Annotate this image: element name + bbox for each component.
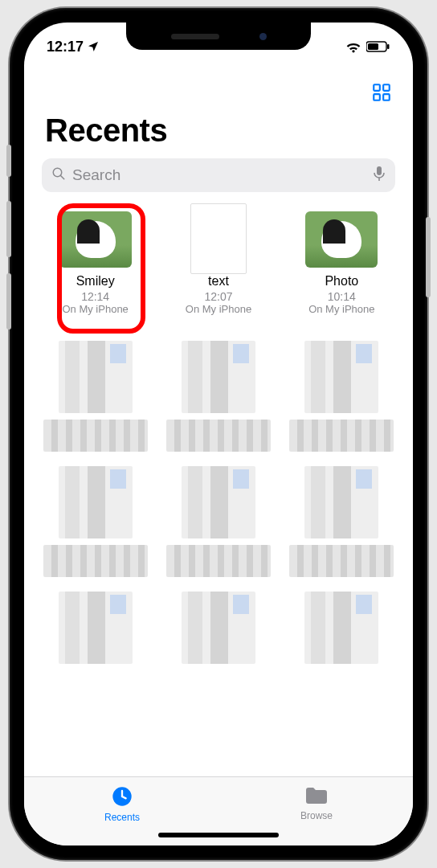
file-name: Smiley [39, 274, 152, 289]
blurred-row [34, 341, 403, 452]
screen: 12:17 Recents [24, 23, 413, 845]
file-location: On My iPhone [285, 303, 398, 315]
file-thumbnail [190, 203, 247, 274]
file-item-text[interactable]: text 12:07 On My iPhone [162, 211, 275, 315]
file-location: On My iPhone [162, 303, 275, 315]
tab-recents[interactable]: Recents [104, 785, 140, 823]
status-time: 12:17 [47, 39, 84, 55]
file-item-photo[interactable]: Photo 10:14 On My iPhone [285, 211, 398, 315]
file-grid[interactable]: Smiley 12:14 On My iPhone text 12:07 On … [24, 203, 413, 776]
file-time: 10:14 [285, 290, 398, 303]
volume-down [6, 273, 11, 330]
file-location: On My iPhone [39, 303, 152, 315]
svg-rect-1 [368, 43, 378, 50]
dictation-icon[interactable] [373, 166, 386, 185]
file-time: 12:14 [39, 290, 152, 303]
search-icon [51, 166, 66, 184]
svg-rect-6 [383, 94, 390, 100]
search-bar[interactable] [42, 158, 395, 192]
notch [126, 23, 311, 50]
location-icon [87, 40, 100, 53]
wifi-icon [345, 40, 361, 53]
tab-browse[interactable]: Browse [300, 785, 333, 821]
svg-rect-3 [374, 84, 380, 91]
file-name: Photo [285, 274, 398, 289]
file-time: 12:07 [162, 290, 275, 303]
tab-label: Browse [300, 810, 333, 821]
file-thumbnail [305, 211, 378, 268]
blurred-row [34, 466, 403, 577]
home-indicator[interactable] [158, 833, 279, 837]
svg-rect-9 [377, 166, 382, 175]
clock-icon [111, 785, 133, 810]
battery-icon [366, 41, 390, 52]
device-frame: 12:17 Recents [10, 8, 427, 860]
svg-rect-2 [387, 44, 390, 49]
view-options-icon[interactable] [371, 82, 392, 103]
file-item-smiley[interactable]: Smiley 12:14 On My iPhone [39, 211, 152, 315]
svg-rect-5 [374, 94, 380, 100]
blurred-row [34, 592, 403, 670]
svg-line-8 [60, 175, 64, 179]
file-thumbnail [59, 211, 132, 268]
svg-rect-4 [383, 84, 390, 91]
volume-up [6, 201, 11, 257]
power-button [426, 217, 431, 297]
page-title: Recents [24, 108, 413, 158]
mute-switch [6, 145, 11, 177]
file-name: text [162, 274, 275, 289]
search-input[interactable] [72, 166, 366, 184]
folder-icon [304, 785, 329, 809]
tab-label: Recents [104, 812, 140, 823]
